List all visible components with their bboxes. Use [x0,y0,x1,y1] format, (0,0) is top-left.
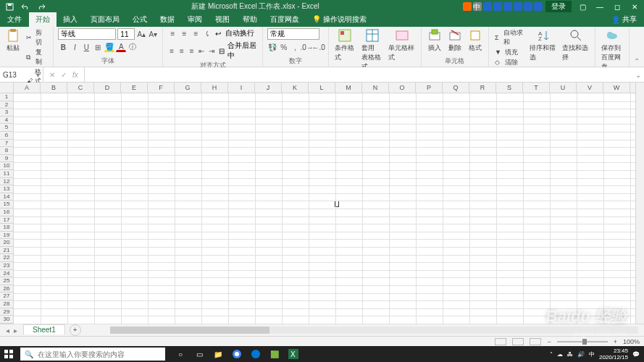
indent-increase-icon[interactable]: ⇥ [207,46,216,56]
add-sheet-button[interactable]: + [70,324,81,336]
row-headers[interactable]: 1234567891011121314151617181920212223242… [0,93,14,324]
row-header[interactable]: 13 [0,185,13,193]
row-header[interactable]: 5 [0,124,13,132]
tray-volume-icon[interactable]: 🔊 [577,351,585,358]
cells-area[interactable] [14,93,635,324]
column-header[interactable]: D [94,83,121,93]
bold-button[interactable]: B [58,42,68,52]
column-header[interactable]: E [121,83,148,93]
number-format-select[interactable] [267,28,319,40]
sheet-nav-last-icon[interactable]: ▸ [14,327,17,334]
taskbar-search-input[interactable] [38,350,161,358]
copy-button[interactable]: ⧉复制 [25,48,49,67]
align-top-icon[interactable]: ≡ [167,28,177,38]
taskbar-search[interactable]: 🔍 [20,348,165,361]
conditional-format-button[interactable]: 条件格式 [333,28,357,62]
comma-format-icon[interactable]: , [290,42,301,52]
column-header[interactable]: A [14,83,41,93]
indent-decrease-icon[interactable]: ⇤ [198,46,206,56]
formula-input[interactable] [85,67,632,82]
fx-icon[interactable]: fx [72,71,78,79]
find-select-button[interactable]: 查找和选择 [561,28,590,62]
wrap-text-button[interactable]: ↩自动换行 [214,28,256,38]
insert-cells-button[interactable]: 插入 [426,28,443,53]
underline-button[interactable]: U [81,42,91,52]
row-header[interactable]: 25 [0,277,13,285]
zoom-out-button[interactable]: − [547,338,551,345]
row-header[interactable]: 23 [0,262,13,270]
tab-data[interactable]: 数据 [154,12,181,27]
column-header[interactable]: H [201,83,228,93]
undo-icon[interactable] [20,1,30,12]
zoom-slider[interactable] [557,341,608,342]
close-button[interactable]: ✕ [628,3,641,11]
tray-ime-icon[interactable]: 中 [589,350,595,358]
column-header[interactable]: N [362,83,389,93]
row-header[interactable]: 19 [0,232,13,240]
format-as-table-button[interactable]: 套用 表格格式 [360,28,384,72]
file-explorer-icon[interactable]: 📁 [212,348,225,361]
row-header[interactable]: 2 [0,101,13,109]
column-header[interactable]: M [335,83,362,93]
sort-filter-button[interactable]: AZ排序和筛选 [528,28,558,62]
tab-page-layout[interactable]: 页面布局 [84,12,126,27]
page-layout-view-button[interactable] [512,338,524,345]
row-header[interactable]: 20 [0,239,13,247]
row-header[interactable]: 12 [0,178,13,186]
column-header[interactable]: F [148,83,175,93]
italic-button[interactable]: I [70,42,80,52]
sheet-tab-1[interactable]: Sheet1 [23,324,65,334]
chevron-down-icon[interactable]: ▾ [36,71,40,79]
login-button[interactable]: 登录 [545,1,572,12]
clock[interactable]: 23:45 2020/12/15 [599,348,628,361]
paste-button[interactable]: 粘贴 [4,28,22,53]
column-header[interactable]: C [67,83,94,93]
decrease-decimal-icon[interactable]: ←.0 [314,42,324,52]
row-header[interactable]: 17 [0,216,13,224]
row-header[interactable]: 1 [0,93,13,101]
row-header[interactable]: 16 [0,209,13,216]
font-color-button[interactable]: A [116,42,126,52]
redo-icon[interactable] [36,1,46,12]
tab-baidu[interactable]: 百度网盘 [264,12,306,27]
row-header[interactable]: 15 [0,201,13,209]
column-header[interactable]: W [603,83,630,93]
row-header[interactable]: 18 [0,224,13,232]
font-size-select[interactable] [117,28,135,40]
row-header[interactable]: 11 [0,170,13,178]
fill-button[interactable]: ▼填充 [493,48,525,57]
select-all-corner[interactable] [0,83,14,93]
column-header[interactable]: K [282,83,309,93]
column-header[interactable]: B [41,83,67,93]
vertical-scrollbar[interactable] [635,83,644,324]
share-button[interactable]: 👤 共享 [604,12,644,27]
save-cloud-button[interactable]: 保存到 百度网盘 [600,28,624,72]
column-header[interactable]: V [577,83,603,93]
font-name-select[interactable] [58,28,116,40]
row-header[interactable]: 28 [0,300,13,308]
row-header[interactable]: 8 [0,147,13,155]
increase-decimal-icon[interactable]: .0→ [302,42,312,52]
row-header[interactable]: 14 [0,193,13,201]
align-right-icon[interactable]: ≡ [188,46,196,56]
cortana-icon[interactable]: ○ [174,348,187,361]
zoom-in-button[interactable]: + [614,338,617,345]
tab-view[interactable]: 视图 [209,12,236,27]
collapse-ribbon-icon[interactable]: ⌃ [630,56,644,67]
column-header[interactable]: J [255,83,282,93]
tab-review[interactable]: 审阅 [181,12,209,27]
edge-icon[interactable] [249,348,262,361]
row-header[interactable]: 10 [0,162,13,170]
align-middle-icon[interactable]: ≡ [179,28,189,38]
tray-network-icon[interactable]: 🖧 [567,351,573,358]
column-header[interactable]: U [550,83,577,93]
chrome-icon[interactable] [230,348,243,361]
row-header[interactable]: 26 [0,285,13,293]
align-bottom-icon[interactable]: ≡ [191,28,201,38]
row-header[interactable]: 7 [0,140,13,148]
align-center-icon[interactable]: ≡ [177,46,186,56]
task-view-icon[interactable]: ▭ [193,348,206,361]
column-header[interactable]: R [469,83,496,93]
tab-file[interactable]: 文件 [0,12,29,27]
enter-formula-icon[interactable]: ✓ [61,71,67,79]
